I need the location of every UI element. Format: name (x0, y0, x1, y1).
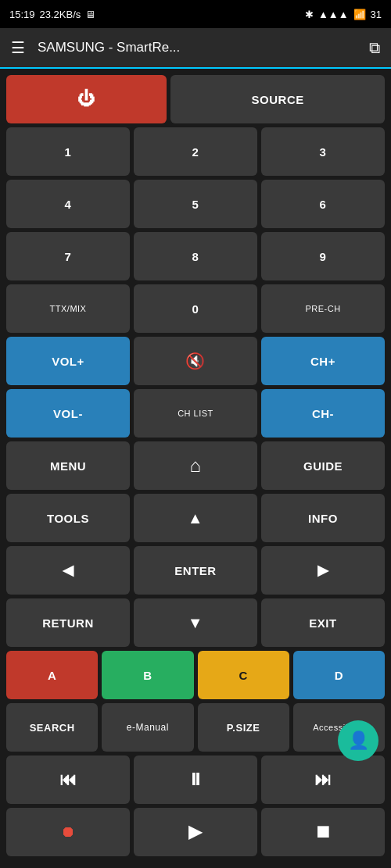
num8-button[interactable]: 8 (134, 232, 257, 280)
row-search-emanual-psize-acc: SEARCH e-Manual P.SIZE Accessibility (6, 703, 385, 752)
app-header: ☰ SAMSUNG - SmartRe... ⧉ (0, 28, 391, 69)
signal-icon: ▲▲▲ (318, 9, 349, 20)
power-icon: ⏻ (77, 89, 95, 109)
prech-button[interactable]: PRE-CH (261, 284, 385, 333)
source-button[interactable]: SOURCE (170, 75, 385, 123)
return-button[interactable]: RETURN (6, 598, 130, 647)
stop-button[interactable]: ⏹ (261, 808, 385, 856)
left-button[interactable]: ◀ (6, 546, 130, 595)
mute-button[interactable]: 🔇 (134, 337, 257, 385)
tools-button[interactable]: TOOLS (6, 494, 130, 542)
battery-level: 31 (371, 9, 382, 20)
psize-button[interactable]: P.SIZE (198, 703, 289, 752)
chminus-button[interactable]: CH- (261, 389, 385, 438)
fab-button[interactable]: 👤 (338, 720, 378, 761)
status-bar-right: ✱ ▲▲▲ 📶 31 (305, 9, 382, 20)
copy-icon[interactable]: ⧉ (369, 39, 380, 57)
num1-button[interactable]: 1 (6, 127, 130, 176)
down-button[interactable]: ▼ (134, 598, 257, 647)
row-ttx-0-prech: TTX/MIX 0 PRE-CH (6, 284, 385, 333)
row-123: 1 2 3 (6, 127, 385, 176)
status-bar-left: 15:19 23.2KB/s 🖥 (9, 9, 95, 20)
up-button[interactable]: ▲ (134, 494, 257, 542)
row-vol-mute-ch: VOL+ 🔇 CH+ (6, 337, 385, 385)
pause-button[interactable]: ⏸ (134, 755, 257, 804)
record-icon: ⏺ (61, 824, 76, 841)
ttxmix-button[interactable]: TTX/MIX (6, 284, 130, 333)
screen-icon: 🖥 (85, 9, 95, 20)
network-speed: 23.2KB/s (40, 9, 81, 20)
enter-button[interactable]: ENTER (134, 546, 257, 595)
play-button[interactable]: ▶ (134, 808, 257, 856)
row-456: 4 5 6 (6, 180, 385, 228)
num7-button[interactable]: 7 (6, 232, 130, 280)
right-button[interactable]: ▶ (261, 546, 385, 595)
num6-button[interactable]: 6 (261, 180, 385, 228)
color-a-button[interactable]: A (6, 651, 98, 699)
color-d-button[interactable]: D (293, 651, 385, 699)
chplus-button[interactable]: CH+ (261, 337, 385, 385)
num5-button[interactable]: 5 (134, 180, 257, 228)
wifi-icon: 📶 (353, 9, 366, 20)
fastforward-button[interactable]: ⏭ (261, 755, 385, 804)
row-return-down-exit: RETURN ▼ EXIT (6, 598, 385, 647)
menu-button[interactable]: MENU (6, 441, 130, 490)
row-tools-up-info: TOOLS ▲ INFO (6, 494, 385, 542)
status-bar: 15:19 23.2KB/s 🖥 ✱ ▲▲▲ 📶 31 (0, 0, 391, 28)
home-button[interactable]: ⌂ (134, 441, 257, 490)
row-volminus-chlist-chminus: VOL- CH LIST CH- (6, 389, 385, 438)
emanual-button[interactable]: e-Manual (102, 703, 193, 752)
rewind-button[interactable]: ⏮ (6, 755, 130, 804)
row-transport2: ⏺ ▶ ⏹ (6, 808, 385, 856)
chlist-button[interactable]: CH LIST (134, 389, 257, 438)
record-button[interactable]: ⏺ (6, 808, 130, 856)
app-title: SAMSUNG - SmartRe... (38, 40, 369, 55)
row-color-buttons: A B C D (6, 651, 385, 699)
row-transport1: ⏮ ⏸ ⏭ (6, 755, 385, 804)
exit-button[interactable]: EXIT (261, 598, 385, 647)
num3-button[interactable]: 3 (261, 127, 385, 176)
volminus-button[interactable]: VOL- (6, 389, 130, 438)
time-display: 15:19 (9, 9, 35, 20)
row-power-source: ⏻ SOURCE (6, 75, 385, 123)
color-b-button[interactable]: B (102, 651, 193, 699)
volplus-button[interactable]: VOL+ (6, 337, 130, 385)
info-button[interactable]: INFO (261, 494, 385, 542)
fab-icon: 👤 (348, 730, 369, 751)
search-button[interactable]: SEARCH (6, 703, 98, 752)
row-left-enter-right: ◀ ENTER ▶ (6, 546, 385, 595)
color-c-button[interactable]: C (198, 651, 289, 699)
num9-button[interactable]: 9 (261, 232, 385, 280)
power-button[interactable]: ⏻ (6, 75, 167, 123)
guide-button[interactable]: GUIDE (261, 441, 385, 490)
num0-button[interactable]: 0 (134, 284, 257, 333)
row-menu-home-guide: MENU ⌂ GUIDE (6, 441, 385, 490)
num2-button[interactable]: 2 (134, 127, 257, 176)
remote-container: ⏻ SOURCE 1 2 3 4 5 6 7 8 9 TTX/MIX 0 PRE… (0, 69, 391, 863)
row-789: 7 8 9 (6, 232, 385, 280)
bluetooth-icon: ✱ (305, 9, 314, 20)
hamburger-menu-icon[interactable]: ☰ (11, 38, 25, 57)
num4-button[interactable]: 4 (6, 180, 130, 228)
